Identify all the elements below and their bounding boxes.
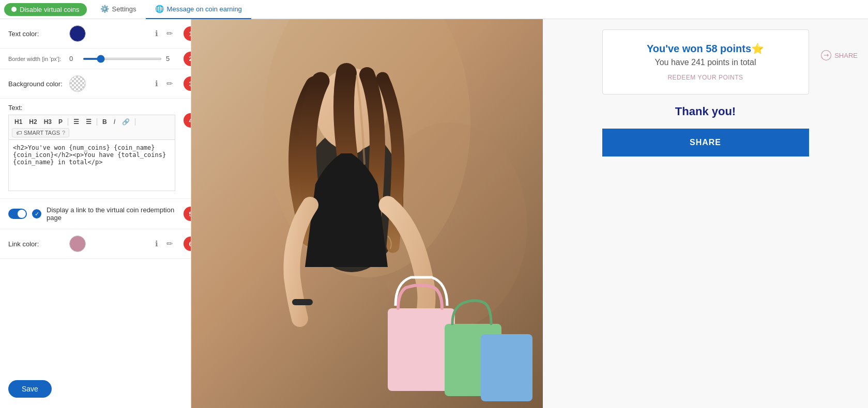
info-icon-2: ℹ <box>155 79 158 88</box>
preview-redeem-link[interactable]: REDEEM YOUR POINTS <box>667 74 743 81</box>
globe-icon: 🌐 <box>155 5 164 13</box>
link-color-label: Link color: <box>8 240 65 248</box>
link-icon: 🔗 <box>122 118 130 125</box>
text-editor-textarea[interactable] <box>8 139 175 191</box>
preview-thankyou-text: Thank you! <box>675 105 736 118</box>
border-width-row: Border width [in 'px']: 0 5 2 <box>0 49 191 69</box>
toggle-row: ✓ Display a link to the virtual coin red… <box>0 199 191 229</box>
step-badge-1: 1 <box>184 26 191 41</box>
h2-btn[interactable]: H2 <box>26 117 39 127</box>
h3-btn[interactable]: H3 <box>41 117 54 127</box>
link-color-row: Link color: ℹ ✏ 6 <box>0 229 191 259</box>
svg-rect-10 <box>481 334 532 401</box>
p-btn[interactable]: P <box>56 117 65 127</box>
edit-icon: ✏ <box>166 29 173 38</box>
toggle-label: Display a link to the virtual coin redem… <box>47 206 175 222</box>
save-section: Save <box>0 387 17 408</box>
border-width-unit: [in 'px']: <box>42 56 61 62</box>
link-color-info-btn[interactable]: ℹ <box>153 238 160 249</box>
right-area: ↗ SHARE You've won 58 points⭐ You have 2… <box>191 19 868 408</box>
settings-icon: ⚙️ <box>100 5 109 13</box>
step-badge-6: 6 <box>184 237 191 251</box>
toolbar-sep-1 <box>68 118 68 125</box>
editor-toolbar: H1 H2 H3 P ☰ ☰ B I 🔗 🏷 SMART TAGS ? <box>8 115 175 139</box>
tab-message-coin-earning[interactable]: 🌐 Message on coin earning <box>146 0 251 19</box>
background-color-swatch[interactable] <box>69 75 86 92</box>
text-section-label: Text: <box>8 104 175 112</box>
disable-btn-label: Disable virtual coins <box>20 6 80 13</box>
info-icon: ℹ <box>155 29 158 38</box>
link-btn[interactable]: 🔗 <box>119 117 132 127</box>
top-nav: Disable virtual coins ⚙️ Settings 🌐 Mess… <box>0 0 868 19</box>
step-badge-5: 5 <box>184 207 191 221</box>
step-badge-4: 4 <box>184 113 191 128</box>
text-color-label: Text color: <box>8 30 65 38</box>
text-editor-section: Text: H1 H2 H3 P ☰ ☰ B I 🔗 🏷 SMART TAGS … <box>0 99 191 199</box>
text-color-row: Text color: ℹ ✏ 1 <box>0 19 191 49</box>
link-color-swatch[interactable] <box>69 236 86 252</box>
text-color-info-btn[interactable]: ℹ <box>153 28 160 39</box>
background-color-label: Background color: <box>8 80 65 88</box>
border-width-slider[interactable] <box>83 58 162 60</box>
ul-btn[interactable]: ☰ <box>71 117 82 127</box>
toggle-slider <box>8 209 27 219</box>
step-badge-2: 2 <box>184 52 191 66</box>
settings-tab-label: Settings <box>112 5 136 13</box>
border-width-controls: 0 5 <box>69 55 175 62</box>
smart-tags-label: SMART TAGS <box>24 130 60 136</box>
status-dot <box>11 7 17 12</box>
border-max-val: 5 <box>166 55 175 62</box>
preview-total-text: You have 241 points in total <box>613 58 798 67</box>
disable-virtual-coins-button[interactable]: Disable virtual coins <box>4 3 87 16</box>
shopping-image <box>191 19 543 408</box>
toolbar-sep-3 <box>135 118 135 125</box>
ol-btn[interactable]: ☰ <box>83 117 94 127</box>
edit-icon-3: ✏ <box>166 239 173 248</box>
background-color-row: Background color: ℹ ✏ 3 <box>0 69 191 99</box>
preview-won-text: You've won 58 points⭐ <box>613 42 798 55</box>
border-width-label: Border width [in 'px']: <box>8 55 65 62</box>
smart-tags-btn[interactable]: 🏷 SMART TAGS ? <box>12 128 69 137</box>
preview-won-card: You've won 58 points⭐ You have 241 point… <box>602 29 809 95</box>
text-color-edit-btn[interactable]: ✏ <box>164 28 175 39</box>
shopping-image-section <box>191 19 543 408</box>
link-color-edit-btn[interactable]: ✏ <box>164 238 175 249</box>
bold-btn[interactable]: B <box>100 117 110 127</box>
bg-color-edit-btn[interactable]: ✏ <box>164 78 175 89</box>
edit-icon-2: ✏ <box>166 79 173 88</box>
share-arrow-icon: ↗ <box>819 48 833 62</box>
info-icon-3: ℹ <box>155 239 158 248</box>
share-label: SHARE <box>834 52 858 59</box>
message-tab-label: Message on coin earning <box>167 5 242 13</box>
toggle-switch[interactable] <box>8 209 27 219</box>
italic-btn[interactable]: I <box>111 117 118 127</box>
h1-btn[interactable]: H1 <box>12 117 25 127</box>
preview-panel: ↗ SHARE You've won 58 points⭐ You have 2… <box>543 19 868 408</box>
text-color-swatch[interactable] <box>69 25 86 42</box>
main-layout: Text color: ℹ ✏ 1 Border width [in 'px']… <box>0 19 868 408</box>
bg-color-info-btn[interactable]: ℹ <box>153 78 160 89</box>
svg-rect-6 <box>292 299 313 305</box>
shopping-svg <box>191 19 543 408</box>
star-emoji: ⭐ <box>751 43 764 54</box>
save-button[interactable]: Save <box>8 380 52 398</box>
left-panel: Text color: ℹ ✏ 1 Border width [in 'px']… <box>0 19 191 408</box>
toggle-check-icon: ✓ <box>32 209 41 218</box>
toolbar-sep-2 <box>97 118 97 125</box>
smart-tags-help: ? <box>62 130 65 136</box>
border-min-val: 0 <box>69 55 79 62</box>
tab-settings[interactable]: ⚙️ Settings <box>91 0 146 19</box>
tag-icon: 🏷 <box>16 130 22 136</box>
step-badge-3: 3 <box>184 76 191 91</box>
preview-share-button[interactable]: SHARE <box>602 129 809 156</box>
share-top-right[interactable]: ↗ SHARE <box>821 50 858 60</box>
